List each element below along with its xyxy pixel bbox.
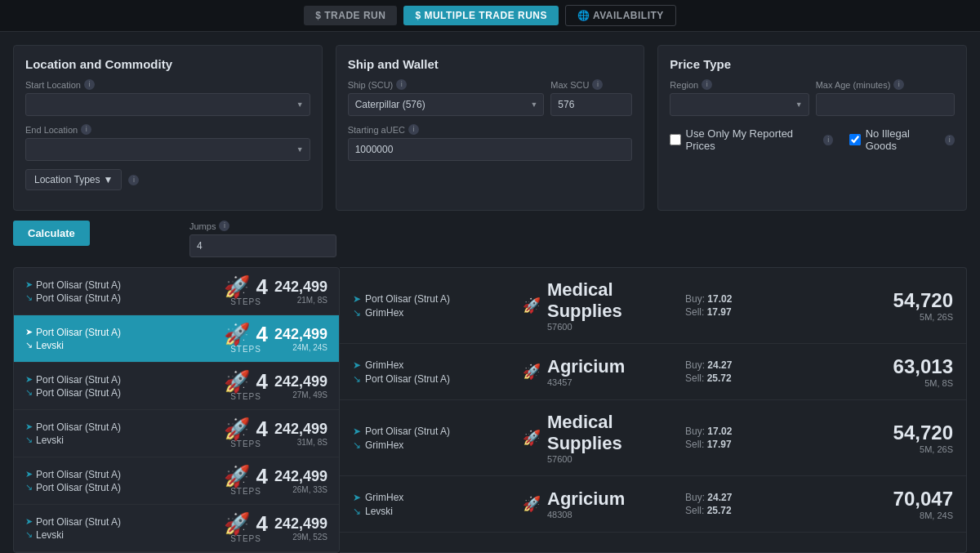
- detail-from-loc: ➤ GrimHex: [353, 492, 516, 503]
- result-item[interactable]: ➤ Port Olisar (Strut A) ↘ Port Olisar (S…: [14, 363, 339, 410]
- use-only-reported-checkbox[interactable]: [670, 134, 680, 145]
- result-from-loc: ➤ Port Olisar (Strut A): [25, 516, 217, 528]
- result-from-loc: ➤ Port Olisar (Strut A): [25, 279, 217, 291]
- detail-from-loc: ➤ Port Olisar (Strut A): [353, 293, 516, 305]
- profit-number: 242,499: [274, 468, 327, 485]
- result-item[interactable]: ➤ Port Olisar (Strut A) ↘ Port Olisar (S…: [14, 457, 339, 505]
- arrow-right-icon: ➤: [25, 279, 33, 290]
- use-only-reported-info-icon[interactable]: i: [823, 135, 833, 145]
- multiple-trade-runs-button[interactable]: $ MULTIPLE TRADE RUNS: [403, 6, 559, 25]
- result-item[interactable]: ➤ Port Olisar (Strut A) ↘ Levski 🚀 4 STE…: [14, 505, 339, 552]
- end-location-info-icon[interactable]: i: [81, 124, 91, 135]
- detail-profit-main: 54,720: [855, 421, 953, 444]
- region-info-icon[interactable]: i: [702, 79, 712, 90]
- result-item[interactable]: ➤ Port Olisar (Strut A) ↘ Levski 🚀 4 STE…: [14, 315, 339, 363]
- jumps-input[interactable]: [189, 234, 336, 257]
- no-illegal-goods-checkbox[interactable]: [849, 134, 860, 145]
- steps-label: STEPS: [224, 392, 268, 401]
- start-location-select[interactable]: [25, 93, 310, 116]
- result-from-loc: ➤ Port Olisar (Strut A): [25, 469, 217, 480]
- results-list: ➤ Port Olisar (Strut A) ↘ Port Olisar (S…: [13, 267, 340, 553]
- no-illegal-goods-info-icon[interactable]: i: [945, 135, 955, 145]
- steps-number: 🚀 4: [224, 276, 268, 297]
- commodity-quantity: 57600: [547, 322, 679, 332]
- use-only-reported-wrapper: Use Only My Reported Prices i: [670, 127, 833, 152]
- detail-to-loc: ↘ GrimHex: [353, 307, 516, 319]
- region-select[interactable]: [670, 93, 808, 116]
- availability-button[interactable]: 🌐 AVAILABILITY: [565, 5, 676, 26]
- main-container: Location and Commodity Start Location i …: [0, 32, 980, 553]
- rocket-icon: 🚀: [523, 297, 541, 314]
- location-types-info-icon[interactable]: i: [128, 175, 139, 185]
- profit-area: 242,499 24M, 24S: [274, 326, 327, 352]
- start-location-info-icon[interactable]: i: [84, 79, 95, 90]
- end-location-select-wrapper: [25, 138, 310, 161]
- ship-info-icon[interactable]: i: [396, 79, 407, 90]
- detail-profit-main: 63,013: [855, 355, 953, 378]
- rocket-icon: 🚀: [523, 429, 541, 447]
- profit-area: 242,499 27M, 49S: [274, 373, 327, 399]
- arrow-right-icon: ➤: [25, 327, 33, 337]
- price-area: Buy: 17.02 Sell: 17.97: [685, 293, 849, 318]
- calculate-button[interactable]: Calculate: [13, 221, 90, 246]
- result-to-loc: ↘ Port Olisar (Strut A): [25, 482, 217, 493]
- arrow-down-icon: ↘: [25, 340, 33, 350]
- result-to-loc: ↘ Levski: [25, 435, 217, 446]
- result-locations: ➤ Port Olisar (Strut A) ↘ Levski: [25, 327, 217, 351]
- starting-auec-info-icon[interactable]: i: [408, 124, 419, 135]
- price-area: Buy: 24.27 Sell: 25.72: [685, 492, 849, 516]
- jumps-info-icon[interactable]: i: [219, 221, 229, 231]
- result-to-loc: ↘ Levski: [25, 340, 217, 351]
- end-location-select[interactable]: [25, 138, 310, 161]
- detail-arrow-down-icon: ↘: [353, 373, 361, 385]
- result-locations: ➤ Port Olisar (Strut A) ↘ Port Olisar (S…: [25, 469, 217, 493]
- profit-time: 21M, 8S: [274, 296, 327, 305]
- result-item[interactable]: ➤ Port Olisar (Strut A) ↘ Levski 🚀 4 STE…: [14, 410, 339, 457]
- price-area: Buy: 17.02 Sell: 17.97: [685, 426, 849, 450]
- no-illegal-goods-label: No Illegal Goods: [866, 127, 940, 152]
- profit-area: 242,499 31M, 8S: [274, 421, 327, 447]
- ship-label: Ship (SCU) i: [348, 79, 545, 90]
- max-scu-info-icon[interactable]: i: [592, 79, 603, 90]
- starting-auec-input[interactable]: [348, 138, 633, 161]
- result-item[interactable]: ➤ Port Olisar (Strut A) ↘ Port Olisar (S…: [14, 268, 339, 315]
- profit-number: 242,499: [274, 279, 327, 296]
- result-to-loc: ↘ Port Olisar (Strut A): [25, 292, 217, 304]
- profit-number: 242,499: [274, 373, 327, 390]
- profit-time: 24M, 24S: [274, 343, 327, 352]
- result-from-loc: ➤ Port Olisar (Strut A): [25, 327, 217, 338]
- arrow-right-icon: ➤: [25, 469, 33, 479]
- result-from-loc: ➤ Port Olisar (Strut A): [25, 374, 217, 386]
- steps-area: 🚀 4 STEPS: [224, 418, 268, 448]
- start-location-label: Start Location i: [25, 79, 310, 90]
- result-from-loc: ➤ Port Olisar (Strut A): [25, 421, 217, 433]
- result-locations: ➤ Port Olisar (Strut A) ↘ Port Olisar (S…: [25, 374, 217, 399]
- top-navigation: $ TRADE RUN $ MULTIPLE TRADE RUNS 🌐 AVAI…: [0, 0, 980, 32]
- result-locations: ➤ Port Olisar (Strut A) ↘ Levski: [25, 421, 217, 446]
- rocket-icon: 🚀: [523, 363, 541, 381]
- commodity-quantity: 43457: [547, 377, 625, 387]
- max-age-input[interactable]: [816, 93, 955, 116]
- max-scu-input[interactable]: [550, 93, 632, 116]
- detail-profit-main: 70,047: [855, 488, 953, 511]
- detail-locations: ➤ Port Olisar (Strut A) ↘ GrimHex: [353, 426, 516, 451]
- ship-select[interactable]: Caterpillar (576): [348, 93, 545, 116]
- sell-price-row: Sell: 25.72: [685, 372, 849, 384]
- detail-locations: ➤ GrimHex ↘ Levski: [353, 492, 516, 517]
- sell-price-row: Sell: 17.97: [685, 439, 849, 450]
- start-location-select-wrapper: [25, 93, 310, 116]
- detail-item: ➤ Port Olisar (Strut A) ↘ GrimHex 🚀 Medi…: [340, 400, 966, 476]
- buy-price-row: Buy: 17.02: [685, 293, 849, 305]
- max-age-info-icon[interactable]: i: [893, 79, 904, 90]
- detail-from-loc: ➤ GrimHex: [353, 359, 516, 371]
- trade-run-button[interactable]: $ TRADE RUN: [304, 6, 397, 25]
- steps-label: STEPS: [224, 534, 268, 543]
- max-age-field: Max Age (minutes) i: [816, 79, 955, 116]
- arrow-down-icon: ↘: [25, 482, 33, 493]
- result-to-loc: ↘ Levski: [25, 529, 217, 541]
- detail-profit-sub: 8M, 24S: [855, 511, 953, 520]
- location-types-button[interactable]: Location Types ▼: [25, 169, 122, 190]
- detail-locations: ➤ Port Olisar (Strut A) ↘ GrimHex: [353, 293, 516, 319]
- result-locations: ➤ Port Olisar (Strut A) ↘ Levski: [25, 516, 217, 541]
- checkboxes-row: Use Only My Reported Prices i No Illegal…: [670, 127, 955, 152]
